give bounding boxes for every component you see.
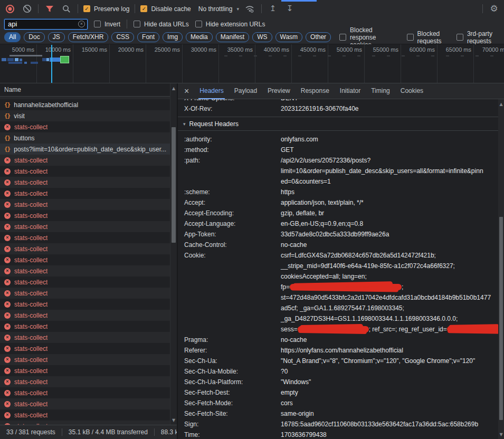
request-row[interactable]: ×stats-collect — [0, 310, 177, 321]
request-row[interactable]: ×stats-collect — [0, 398, 177, 409]
request-row[interactable]: ×stats-collect — [0, 177, 177, 188]
header-name: X-Of-Rev: — [184, 103, 281, 114]
request-row[interactable]: {}posts?limit=10&order=publish_date_desc… — [0, 144, 177, 155]
filter-toggle-button[interactable] — [44, 3, 55, 15]
tab-preview[interactable]: Preview — [262, 83, 296, 99]
error-icon: × — [4, 213, 11, 219]
record-button[interactable] — [4, 3, 16, 15]
error-icon: × — [4, 423, 11, 425]
header-value: no-cache — [281, 335, 504, 345]
request-row[interactable]: ×stats-collect — [0, 232, 177, 243]
clear-filter-icon[interactable]: × — [78, 21, 85, 27]
request-row[interactable]: ×stats-collect — [0, 166, 177, 177]
request-row[interactable]: {}visit — [0, 110, 177, 121]
tab-timing[interactable]: Timing — [366, 83, 395, 99]
request-row[interactable]: ×stats-collect — [0, 288, 177, 299]
request-name: stats-collect — [14, 268, 47, 275]
tab-payload[interactable]: Payload — [229, 83, 262, 99]
preserve-log-checkbox[interactable]: ✓ Preserve log — [83, 5, 129, 13]
request-row[interactable]: {}hannahelizabethofficial — [0, 99, 177, 110]
request-row[interactable]: ×stats-collect — [0, 421, 177, 425]
request-row[interactable]: ×stats-collect — [0, 409, 177, 421]
request-row[interactable]: ×stats-collect — [0, 332, 177, 343]
json-braces-icon: {} — [4, 101, 10, 108]
error-icon: × — [4, 246, 11, 252]
network-conditions-button[interactable] — [244, 3, 256, 15]
request-row[interactable]: ×stats-collect — [0, 155, 177, 166]
tab-initiator[interactable]: Initiator — [335, 83, 366, 99]
type-pill-fetch-xhr[interactable]: Fetch/XHR — [68, 32, 109, 42]
network-overview-timeline[interactable]: 5000 ms10000 ms15000 ms20000 ms25000 ms3… — [0, 44, 504, 83]
type-pill-img[interactable]: Img — [163, 32, 183, 42]
tab-cookies[interactable]: Cookies — [395, 83, 429, 99]
error-icon: × — [4, 412, 11, 418]
header-name: Cache-Control: — [184, 240, 281, 250]
type-pill-manifest[interactable]: Manifest — [216, 32, 249, 42]
disable-cache-checkbox[interactable]: ✓ Disable cache — [140, 5, 191, 13]
tab-response[interactable]: Response — [296, 83, 335, 99]
request-row[interactable]: ×stats-collect — [0, 343, 177, 354]
request-list-scrollbar[interactable]: ▲ ▼ — [170, 83, 177, 425]
scroll-down-icon[interactable]: ▼ — [170, 418, 177, 423]
header-value-line: "Not_A Brand";v="8", "Chromium";v="120",… — [281, 356, 504, 366]
request-row[interactable]: ×stats-collect — [0, 299, 177, 310]
clear-button[interactable] — [21, 3, 33, 15]
filter-input[interactable] — [8, 20, 76, 28]
request-row[interactable]: ×stats-collect — [0, 276, 177, 288]
type-pill-media[interactable]: Media — [186, 32, 213, 42]
request-row[interactable]: {}buttons — [0, 132, 177, 144]
name-column-header[interactable]: Name — [0, 83, 177, 97]
wifi-gear-icon — [245, 5, 255, 13]
request-row[interactable]: ×stats-collect — [0, 243, 177, 254]
type-pill-wasm[interactable]: Wasm — [275, 32, 303, 42]
scroll-up-icon[interactable]: ▲ — [498, 102, 504, 107]
type-pill-font[interactable]: Font — [137, 32, 159, 42]
type-pill-js[interactable]: JS — [48, 32, 65, 42]
request-row[interactable]: ×stats-collect — [0, 210, 177, 221]
request-row[interactable]: ×stats-collect — [0, 254, 177, 265]
request-row[interactable]: ×stats-collect — [0, 199, 177, 210]
timeline-dash — [298, 55, 301, 56]
request-row[interactable]: ×stats-collect — [0, 121, 177, 132]
hide-data-urls-checkbox[interactable]: Hide data URLs — [134, 21, 189, 28]
error-icon: × — [4, 401, 11, 407]
request-row[interactable]: ×stats-collect — [0, 365, 177, 376]
scroll-up-icon[interactable]: ▲ — [170, 86, 177, 91]
type-pill-css[interactable]: CSS — [111, 32, 134, 42]
scroll-down-icon[interactable]: ▼ — [498, 432, 504, 437]
import-har-button[interactable]: ↧ — [284, 3, 296, 15]
filter-checkbox-blocked-requests[interactable]: Blocked requests — [407, 30, 448, 45]
redaction-scribble — [447, 326, 504, 332]
scrollbar-thumb[interactable] — [172, 127, 176, 243]
request-row[interactable]: ×stats-collect — [0, 321, 177, 332]
scrollbar-thumb[interactable] — [499, 217, 503, 420]
type-pill-other[interactable]: Other — [306, 32, 331, 42]
request-row[interactable]: ×stats-collect — [0, 354, 177, 365]
type-pill-doc[interactable]: Doc — [24, 32, 44, 42]
redaction-scribble — [298, 326, 369, 332]
tab-headers[interactable]: Headers — [194, 83, 229, 99]
hide-extension-urls-checkbox[interactable]: Hide extension URLs — [195, 21, 265, 28]
type-pill-ws[interactable]: WS — [252, 32, 272, 42]
request-row[interactable]: ×stats-collect — [0, 188, 177, 199]
throttling-dropdown[interactable]: No throttling ▾ — [198, 5, 239, 13]
header-value-line: en-GB,en-US;q=0.9,en;q=0.8 — [281, 218, 504, 229]
header-value-text: __stripe_mid=9df140f6-e64a-419e-85fc-a1c… — [281, 262, 455, 270]
header-value: 202312261916-30670fa40e — [281, 103, 504, 114]
settings-button[interactable]: ⚙ — [488, 3, 500, 15]
filter-checkbox-3rd-party-requests[interactable]: 3rd-party requests — [457, 30, 500, 45]
header-value-line: no-cache — [281, 335, 504, 345]
type-pill-all[interactable]: All — [4, 32, 21, 42]
request-row[interactable]: ×stats-collect — [0, 221, 177, 232]
request-headers-section[interactable]: ▾ Request Headers — [178, 117, 504, 131]
invert-checkbox[interactable]: Invert — [94, 21, 120, 28]
request-row[interactable]: ×stats-collect — [0, 265, 177, 276]
request-row[interactable]: ×stats-collect — [0, 376, 177, 387]
close-icon[interactable]: × — [178, 87, 194, 96]
request-row[interactable]: ×stats-collect — [0, 387, 177, 398]
details-scrollbar[interactable]: ▲ ▼ — [498, 99, 504, 439]
export-har-button[interactable]: ↥ — [267, 3, 279, 15]
header-value-text: "Not_A Brand";v="8", "Chromium";v="120",… — [281, 357, 475, 365]
search-button[interactable] — [61, 3, 72, 15]
error-icon: × — [4, 190, 11, 197]
